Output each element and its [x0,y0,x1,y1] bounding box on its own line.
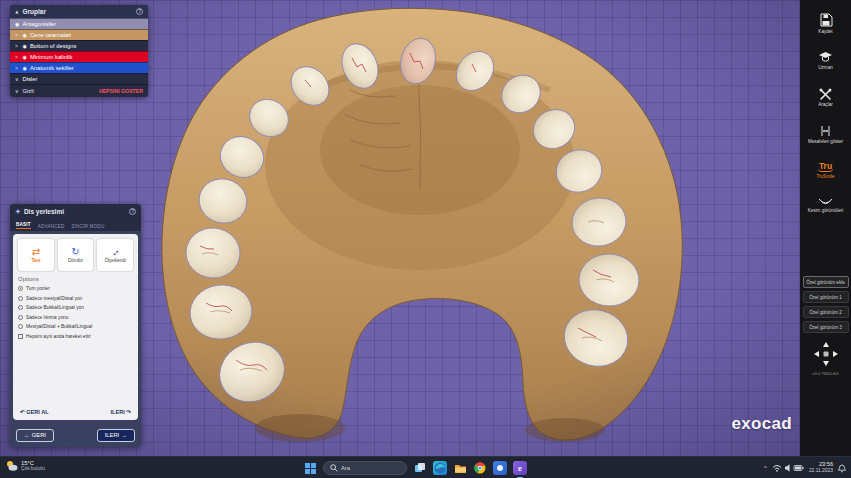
radio-icon[interactable] [18,305,23,310]
file-explorer-button[interactable] [453,461,467,475]
next-button[interactable]: ILERI→ [97,429,135,442]
chevron-right-icon[interactable]: > [15,54,20,60]
app-button-blue[interactable] [493,461,507,475]
redo-icon: ↷ [126,409,131,415]
undo-redo-row: ↶ GERI AL ILERI ↷ [18,405,133,417]
weather-icon [5,459,18,472]
distances-icon [819,125,832,137]
rotate-tool-button[interactable]: ↻ Döndür [58,239,94,271]
collapse-icon[interactable]: ∧ [15,9,20,15]
right-toolbar: Kaydet Uzman Araçlar Mesafeleri göster [800,0,851,456]
tool-label: Tasi [31,258,40,263]
network-volume-battery-icons[interactable] [772,463,804,473]
chevron-right-icon[interactable]: > [15,43,20,49]
hidden-group-row[interactable]: ∨ Gizli HEPSINI GOSTER [10,84,148,97]
save-button[interactable]: Kaydet [802,13,850,34]
groups-panel-title: Gruplar [23,8,46,15]
option-mesial-distal[interactable]: Sadece mesiyal/Distal yon [18,294,133,304]
help-icon[interactable]: ? [129,208,136,215]
group-row-bottom-of-designs[interactable]: > ◉ Bottom of designs [10,40,148,51]
group-row-teeth[interactable]: ∨ Disler [10,73,148,84]
radio-icon[interactable] [18,315,23,320]
scale-tool-button[interactable]: ↔ Ölçeklendi [97,239,133,271]
checkbox-icon[interactable] [18,334,23,339]
3d-viewport[interactable]: ∧ Gruplar ? ◉ Antagonistler > ◉ Cene tar… [0,0,800,456]
hidden-icons-chevron[interactable]: ^ [764,465,767,471]
eye-icon[interactable]: ◉ [15,22,19,27]
eye-icon[interactable]: ◉ [23,55,27,60]
weather-desc: Çok bulutlu [21,466,45,471]
radio-icon[interactable] [18,296,23,301]
group-row-antagonists[interactable]: ◉ Antagonistler [10,18,148,29]
eye-icon[interactable]: ◉ [23,44,27,49]
view-navigation-arrows[interactable] [813,341,839,367]
notification-bell-icon[interactable] [838,464,846,473]
option-move-all-together[interactable]: Hepsini ayni anda hareket ettir [18,332,133,342]
group-row-anatomic-shapes[interactable]: > ◉ Anatomik sekiller [10,62,148,73]
taskbar-clock[interactable]: 23:56 22.11.2023 [809,461,833,474]
cut-views-button[interactable]: Kesim görüntüleri [802,197,850,214]
show-distances-button[interactable]: Mesafeleri göster [802,125,850,144]
options-title: Options [18,276,133,282]
group-label: Bottom of designs [30,43,76,49]
help-icon[interactable]: ? [136,8,143,15]
option-label: Sadece Bukkal/Lingual yon [26,305,84,310]
eye-icon[interactable]: ◉ [23,66,27,71]
folder-icon [454,463,467,474]
add-custom-view-button[interactable]: Özel görünüm ekle [803,276,849,288]
taskbar-search[interactable]: Ara [323,461,407,475]
edge-browser-button[interactable] [433,461,447,475]
next-arrow-icon: → [121,432,127,438]
task-view-button[interactable] [413,461,427,475]
chevron-right-icon[interactable]: > [15,32,20,38]
edge-icon [434,462,446,474]
start-button[interactable] [303,461,317,475]
chevron-down-icon[interactable]: ∨ [15,88,20,94]
option-buccal-lingual[interactable]: Sadece Bukkal/Lingual yon [18,303,133,313]
chevron-down-icon[interactable]: ∨ [15,76,20,82]
eye-icon[interactable]: ◉ [23,33,27,38]
chevron-right-icon[interactable]: > [15,65,20,71]
group-row-minimum-thickness[interactable]: > ◉ Minimum kalinlik [10,51,148,62]
task-view-icon [414,462,426,474]
option-bite-direction[interactable]: Sadece Isirma yonu [18,313,133,323]
tab-chain-mode[interactable]: ZINCIR MODU [72,224,105,229]
dentalcad-app-button[interactable]: e [513,461,527,475]
option-all-directions[interactable]: Tum yonler [18,284,133,294]
version-label: v3.0 7662cf64 [812,371,838,376]
rotate-icon: ↻ [71,247,79,257]
tools-icon [819,88,832,101]
group-label: Antagonistler [22,21,56,27]
move-tool-button[interactable]: ⇄ Tasi [18,239,54,271]
tab-basic[interactable]: BASIT [16,222,31,229]
radio-icon[interactable] [18,324,23,329]
custom-view-1-button[interactable]: Özel görünüm 1 [803,291,849,303]
expert-button[interactable]: Uzman [802,51,850,70]
custom-view-3-button[interactable]: Özel görünüm 3 [803,321,849,333]
placement-card: ⇄ Tasi ↻ Döndür ↔ Ölçeklendi Options T [13,234,138,420]
placement-panel-header[interactable]: ✦ Dis yerlesimi ? [10,204,141,219]
tab-advanced[interactable]: ADVANCED [38,224,65,229]
trusmile-button[interactable]: Tru TruSmile [802,162,850,180]
cut-views-icon [818,197,833,207]
wizard-navigation: ←GERI ILERI→ [10,423,141,447]
tool-label: Döndür [68,258,83,263]
back-button[interactable]: ←GERI [16,429,54,442]
radio-icon[interactable] [18,286,23,291]
option-mesial-distal-buccal-lingual[interactable]: Mesiyal/Distal + Bukkal/Lingual [18,322,133,332]
save-icon [819,13,833,27]
group-label: Minimum kalinlik [30,54,73,60]
group-label: Anatomik sekiller [30,65,74,71]
group-row-jaw-scans[interactable]: > ◉ Cene taramalari [10,29,148,40]
chrome-browser-button[interactable] [473,461,487,475]
undo-button[interactable]: ↶ GERI AL [20,409,49,415]
tools-button[interactable]: Araçlar [802,88,850,108]
weather-widget[interactable]: 15°C Çok bulutlu [5,459,45,472]
exocad-watermark: exocad [732,414,792,434]
show-all-button[interactable]: HEPSINI GOSTER [99,88,143,94]
redo-button[interactable]: ILERI ↷ [110,409,131,415]
groups-panel-header[interactable]: ∧ Gruplar ? [10,5,148,18]
custom-view-2-button[interactable]: Özel görünüm 2 [803,306,849,318]
system-tray: ^ 23:56 22.11.2023 [764,457,846,478]
hidden-label: Gizli [23,88,34,94]
